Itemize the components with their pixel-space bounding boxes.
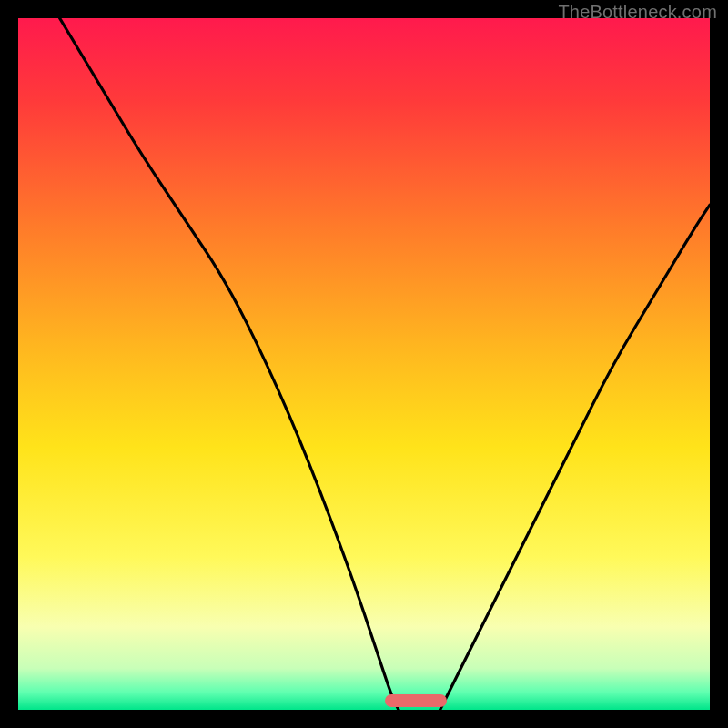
outer-frame: TheBottleneck.com (0, 0, 728, 728)
watermark-text: TheBottleneck.com (558, 2, 717, 23)
minimum-marker (385, 694, 447, 707)
plot-area (18, 18, 710, 710)
curve-right-branch (440, 205, 710, 710)
bottleneck-curve (18, 18, 710, 710)
curve-left-branch (60, 18, 399, 710)
